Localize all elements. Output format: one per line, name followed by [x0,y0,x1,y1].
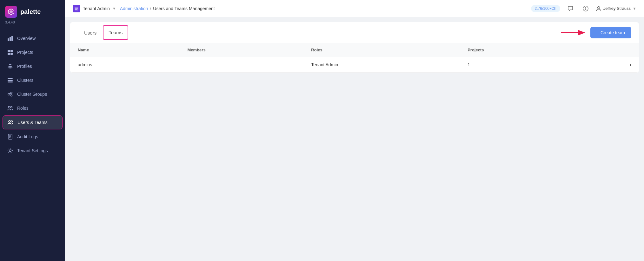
sidebar-item-label-profiles: Profiles [17,64,32,69]
svg-rect-35 [75,9,78,9]
sidebar: palette 3.4.48 Overview [0,0,65,261]
tenant-name: Tenant Admin [83,6,110,11]
svg-rect-17 [12,82,12,82]
user-dropdown-icon: ▼ [633,6,636,11]
tab-teams[interactable]: Teams [103,25,128,40]
svg-point-18 [8,93,10,95]
svg-point-23 [8,106,10,108]
notifications-button[interactable] [581,3,591,14]
sidebar-item-label-clusters: Clusters [17,78,33,83]
svg-rect-33 [75,7,78,10]
tenant-dropdown-icon: ▼ [112,6,116,11]
svg-rect-4 [11,36,13,41]
version-label: 3.4.48 [0,20,65,29]
users-icon [7,119,14,126]
cluster-groups-icon [7,91,13,97]
sidebar-item-cluster-groups[interactable]: Cluster Groups [3,88,63,101]
settings-icon [7,147,13,154]
topbar: Tenant Admin ▼ Administration / Users an… [65,0,644,17]
svg-rect-34 [75,8,78,8]
svg-line-21 [10,93,11,94]
arrow-annotation: + Create team [559,27,631,38]
col-name: Name [70,43,180,57]
svg-point-31 [9,135,9,136]
svg-rect-8 [10,53,13,55]
sidebar-logo: palette [0,0,65,20]
table-row[interactable]: admins - Tenant Admin 1 › [70,57,639,73]
sidebar-item-overview[interactable]: Overview [3,32,63,45]
sidebar-item-label-audit-logs: Audit Logs [17,134,38,139]
tabs-left: Users Teams [78,22,128,43]
cell-projects: 1 [460,57,577,73]
svg-point-11 [8,68,13,69]
row-chevron[interactable]: › [577,57,639,73]
clusters-icon [7,77,13,83]
svg-point-9 [9,64,11,65]
chat-button[interactable] [565,3,575,14]
sidebar-item-clusters[interactable]: Clusters [3,74,63,87]
cell-members: - [180,57,304,73]
profiles-icon [7,63,13,69]
page-content: Users Teams [65,17,644,261]
sidebar-item-tenant-settings[interactable]: Tenant Settings [3,144,63,157]
main-content: Tenant Admin ▼ Administration / Users an… [65,0,644,261]
col-roles: Roles [303,43,460,57]
svg-point-10 [8,66,12,67]
svg-rect-36 [75,10,77,10]
user-info[interactable]: Jeffrey Strauss ▼ [596,6,636,11]
breadcrumb-sep: / [150,6,151,11]
audit-icon [7,134,13,140]
svg-point-32 [9,150,11,152]
logo-text: palette [20,8,41,16]
sidebar-item-audit-logs[interactable]: Audit Logs [3,130,63,143]
sidebar-nav: Overview Projects [0,29,65,261]
projects-icon [7,49,13,55]
sidebar-item-label-projects: Projects [17,50,33,55]
svg-rect-7 [8,53,10,55]
sidebar-item-label-users-teams: Users & Teams [17,120,48,125]
svg-point-24 [11,107,12,108]
sidebar-item-users-teams[interactable]: Users & Teams [3,115,63,129]
col-projects: Projects [460,43,577,57]
svg-line-22 [10,95,11,95]
sidebar-item-label-cluster-groups: Cluster Groups [17,92,47,97]
chart-icon [7,35,13,42]
cell-roles: Tenant Admin [303,57,460,73]
usage-badge: 2.76/100kCh [531,5,560,12]
svg-rect-5 [8,50,10,52]
breadcrumb: Administration / Users and Teams Managem… [120,6,527,11]
user-name: Jeffrey Strauss [603,6,631,11]
sidebar-item-label-roles: Roles [17,106,29,111]
topbar-right: 2.76/100kCh Jeffrey Strauss ▼ [531,3,636,14]
teams-table: Name Members Roles Projects admins - Ten… [70,43,639,73]
sidebar-item-label-tenant-settings: Tenant Settings [17,148,48,153]
tabs-bar: Users Teams [70,22,639,43]
roles-icon [7,105,13,111]
sidebar-item-roles[interactable]: Roles [3,101,63,115]
svg-point-25 [9,121,10,122]
svg-point-39 [585,9,586,10]
sidebar-item-label-overview: Overview [17,36,36,41]
svg-point-19 [11,92,12,94]
col-actions [577,43,639,57]
svg-point-20 [11,95,12,96]
tenant-selector[interactable]: Tenant Admin ▼ [73,5,116,12]
svg-rect-3 [10,37,11,41]
breadcrumb-link[interactable]: Administration [120,6,148,11]
tenant-icon [73,5,80,12]
svg-point-26 [11,121,13,122]
logo-icon [5,6,17,18]
red-arrow-icon [559,27,588,38]
sidebar-item-projects[interactable]: Projects [3,46,63,59]
svg-rect-2 [8,38,9,41]
table-header-row: Name Members Roles Projects [70,43,639,57]
col-members: Members [180,43,304,57]
page-inner: Users Teams [70,22,639,73]
tab-users[interactable]: Users [78,24,103,41]
svg-rect-6 [10,50,13,52]
svg-marker-1 [10,10,13,13]
cell-name: admins [70,57,180,73]
create-team-button[interactable]: + Create team [590,27,631,38]
sidebar-item-profiles[interactable]: Profiles [3,60,63,73]
svg-rect-15 [12,79,12,79]
